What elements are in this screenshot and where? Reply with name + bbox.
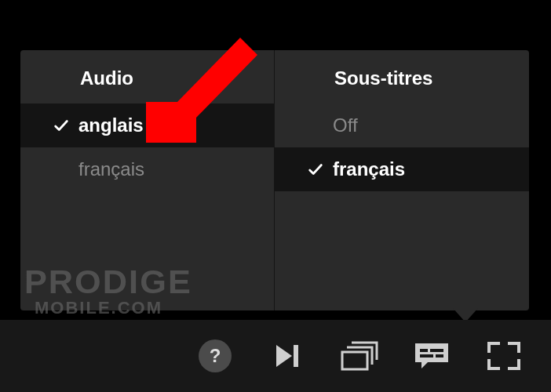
svg-rect-2 [342, 352, 367, 369]
audio-option-label: français [78, 158, 274, 180]
svg-rect-5 [420, 354, 433, 358]
check-icon [298, 161, 333, 178]
svg-rect-4 [430, 349, 443, 352]
audio-column: Audio anglais français [20, 50, 275, 310]
svg-marker-0 [276, 345, 292, 367]
episodes-icon [340, 340, 379, 372]
next-episode-button[interactable] [267, 336, 308, 376]
audio-option-anglais[interactable]: anglais [20, 103, 274, 147]
fullscreen-button[interactable] [483, 336, 524, 376]
check-icon [44, 117, 78, 134]
audio-header: Audio [20, 67, 274, 103]
subtitles-column: Sous-titres Off français [275, 50, 529, 310]
subtitle-option-francais[interactable]: français [275, 147, 529, 191]
subtitles-audio-button[interactable] [411, 336, 452, 376]
audio-subtitles-popup: Audio anglais français Sous-titres Off f… [20, 50, 529, 310]
next-episode-icon [272, 340, 303, 372]
help-button[interactable]: ? [195, 336, 235, 376]
subtitles-header: Sous-titres [275, 67, 529, 103]
svg-rect-1 [294, 345, 298, 367]
fullscreen-icon [486, 340, 522, 372]
subtitle-option-label: Off [333, 114, 529, 136]
player-control-bar: ? [0, 320, 551, 392]
help-icon: ? [199, 339, 232, 372]
audio-option-label: anglais [78, 114, 274, 136]
svg-rect-3 [420, 349, 428, 352]
subtitles-icon [414, 340, 450, 372]
svg-rect-6 [436, 354, 443, 358]
subtitle-option-off[interactable]: Off [275, 103, 529, 147]
episodes-button[interactable] [339, 336, 380, 376]
audio-option-francais[interactable]: français [20, 147, 274, 191]
subtitle-option-label: français [333, 158, 529, 180]
